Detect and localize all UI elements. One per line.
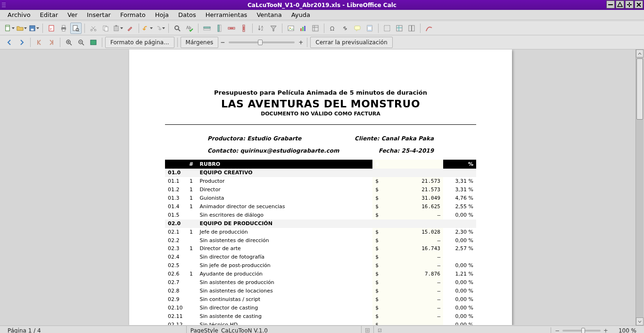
find-replace-button[interactable] [172, 23, 183, 34]
redo-button[interactable] [154, 23, 165, 34]
zoom-in-button[interactable] [63, 37, 74, 48]
print-preview-button[interactable] [70, 23, 82, 34]
save-button[interactable] [28, 23, 40, 34]
show-draw-functions-button[interactable] [423, 23, 435, 34]
scale-minus-button[interactable]: − [219, 39, 226, 46]
menu-item-ventana[interactable]: Ventana [252, 10, 286, 19]
cell-currency: $ [372, 253, 382, 261]
sort-button[interactable]: AZ [256, 23, 267, 34]
window-minimize-button[interactable] [606, 0, 615, 8]
full-screen-button[interactable] [88, 37, 99, 48]
status-selection-mode[interactable] [361, 326, 373, 333]
split-window-button[interactable] [406, 23, 417, 34]
status-right-group: − + 100 % [551, 327, 640, 333]
freeze-panes-button[interactable] [394, 23, 405, 34]
paste-button[interactable] [112, 23, 124, 34]
cell-amount: 21.573 [382, 186, 443, 194]
insert-comment-button[interactable] [352, 23, 363, 34]
clone-formatting-button[interactable] [124, 23, 136, 34]
menu-item-datos[interactable]: Datos [173, 10, 201, 19]
productora-label: Productora: [207, 135, 247, 142]
delete-column-button[interactable] [238, 23, 249, 34]
cell-desc: Director de arte [197, 244, 373, 253]
scroll-down-button[interactable] [636, 317, 644, 325]
spellcheck-button[interactable]: Ab [184, 23, 195, 34]
window-restore-button[interactable] [616, 0, 624, 8]
zoom-minus-button[interactable]: − [555, 327, 560, 333]
window-close-button[interactable] [635, 0, 643, 8]
svg-rect-15 [114, 26, 118, 31]
menu-item-editar[interactable]: Editar [35, 10, 63, 19]
scroll-thumb[interactable] [636, 58, 643, 120]
close-icon [636, 2, 642, 8]
zoom-slider[interactable]: − + [551, 327, 612, 333]
zoom-percent[interactable]: 100 % [615, 327, 640, 333]
cell-idx: 02.7 [165, 278, 186, 287]
insert-special-char-button[interactable]: Ω [327, 23, 339, 34]
next-page-button[interactable] [16, 37, 27, 48]
insert-image-button[interactable] [285, 23, 297, 34]
open-document-button[interactable] [16, 23, 27, 34]
menu-item-insertar[interactable]: Insertar [82, 10, 116, 19]
insert-hyperlink-button[interactable] [339, 23, 351, 34]
last-page-button[interactable] [46, 37, 57, 48]
page-format-button[interactable]: Formato de página... [105, 37, 174, 48]
zoom-plus-button[interactable]: + [603, 327, 608, 333]
zoom-out-button[interactable] [75, 37, 87, 48]
scroll-up-button[interactable] [636, 49, 644, 57]
cell-amount [382, 169, 443, 177]
paintbrush-icon [126, 24, 134, 32]
first-page-button[interactable] [33, 37, 45, 48]
new-document-button[interactable] [4, 23, 15, 34]
menu-item-hoja[interactable]: Hoja [150, 10, 173, 19]
scale-track[interactable] [229, 41, 295, 43]
insert-column-button[interactable] [214, 23, 225, 34]
contacto-label: Contacto: [207, 147, 240, 154]
spellcheck-icon: Ab [186, 24, 193, 32]
menu-item-ver[interactable]: Ver [63, 10, 82, 19]
scale-thumb[interactable] [258, 40, 263, 45]
preview-canvas[interactable]: Presupuesto para Película Animada de 5 m… [0, 49, 636, 325]
cell-amount: 16.743 [382, 244, 443, 253]
cut-button[interactable] [88, 23, 99, 34]
menu-item-archivo[interactable]: Archivo [3, 10, 35, 19]
window-maximize-button[interactable] [625, 0, 634, 8]
insert-row-button[interactable] [201, 23, 213, 34]
cliente-value: Canal Paka Paka [381, 135, 434, 142]
insert-pivot-button[interactable] [310, 23, 321, 34]
cell-currency: $ [372, 211, 382, 219]
menu-item-ayuda[interactable]: Ayuda [287, 10, 315, 19]
cell-desc: Sin técnico HD [197, 321, 373, 325]
cell-qty [186, 211, 197, 219]
vertical-scrollbar[interactable] [636, 49, 644, 325]
headers-footers-button[interactable] [364, 23, 375, 34]
status-signature[interactable] [373, 326, 386, 333]
undo-button[interactable] [142, 23, 153, 34]
cell-idx: 02.4 [165, 253, 186, 261]
menu-item-herramientas[interactable]: Herramientas [201, 10, 252, 19]
scale-plus-button[interactable]: + [297, 39, 304, 46]
cell-idx: 02.0 [165, 219, 186, 228]
scroll-track[interactable] [636, 57, 644, 317]
margins-button[interactable]: Márgenes [181, 37, 219, 48]
previous-page-button[interactable] [4, 37, 15, 48]
print-button[interactable] [58, 23, 69, 34]
define-print-area-button[interactable] [381, 23, 393, 34]
autofilter-button[interactable] [268, 23, 279, 34]
cell-amount: – [382, 253, 443, 261]
copy-button[interactable] [100, 23, 111, 34]
menu-item-formato[interactable]: Formato [116, 10, 150, 19]
scaling-slider[interactable]: − + [219, 39, 304, 46]
zoom-track[interactable] [562, 330, 601, 332]
cell-idx: 02.6 [165, 270, 186, 278]
delete-row-button[interactable] [226, 23, 237, 34]
export-pdf-button[interactable]: P [46, 23, 57, 34]
zoom-thumb[interactable] [581, 328, 585, 333]
cell-amount: – [382, 312, 443, 321]
cell-qty [186, 287, 197, 295]
table-row: 01.41Animador director de secuencias$16.… [165, 203, 476, 211]
insert-chart-button[interactable] [297, 23, 309, 34]
cell-idx: 02.11 [165, 312, 186, 321]
close-preview-button[interactable]: Cerrar la previsualización [310, 37, 393, 48]
cell-desc: Sin director de fotografía [197, 253, 373, 261]
